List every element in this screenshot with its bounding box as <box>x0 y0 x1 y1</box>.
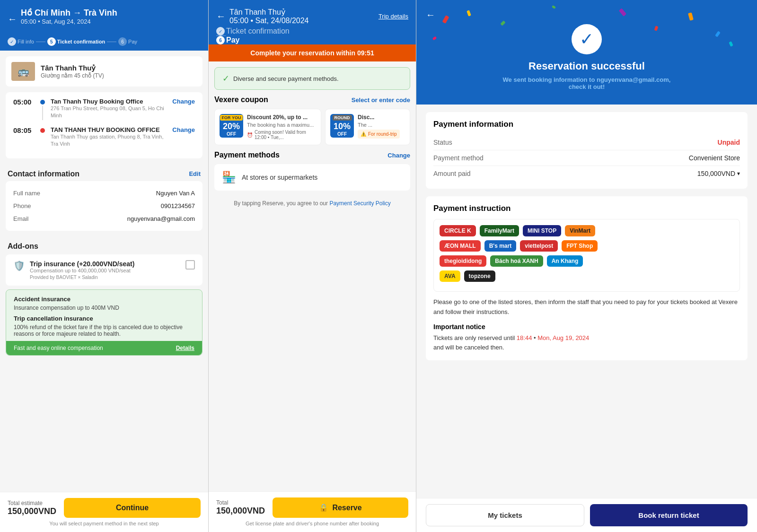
step2-label-ticket: Ticket confirmation <box>226 27 290 35</box>
coupon-desc-1: The booking has a maximu... <box>247 122 316 128</box>
pm-header: Payment methods Change <box>214 151 410 159</box>
dot-col-arrival <box>40 126 45 133</box>
coupon-section-title: Vexere coupon <box>214 96 268 104</box>
bus-card: 🚌 Tân Thanh Thuỷ Giường nằm 45 chỗ (TV) <box>6 56 202 87</box>
change-arrival-btn[interactable]: Change <box>172 126 195 133</box>
policy-link[interactable]: Payment Security Policy <box>329 200 390 207</box>
trip-details-link[interactable]: Trip details <box>378 13 408 20</box>
change-payment-link[interactable]: Change <box>387 152 410 159</box>
coupon-off-2: OFF <box>337 131 347 137</box>
coupon-warning-2: ⚠️ For round-trip <box>358 130 400 139</box>
important-notice-text: Tickets are only reserved until 18:44 • … <box>433 333 740 353</box>
step2-label-pay: Pay <box>226 36 239 44</box>
chevron-down-icon: ▾ <box>737 170 740 177</box>
coupon-info-1: Discount 20%, up to ... The booking has … <box>247 114 316 140</box>
arrival-time: 08:05 <box>13 126 35 134</box>
step-ticket-confirm: 5 Ticket confirmation <box>47 37 105 46</box>
sched-line <box>42 106 43 120</box>
label-phone: Phone <box>13 202 31 209</box>
arrival-place: TAN THANH THUY BOOKING OFFICE <box>51 126 167 133</box>
reserve-button[interactable]: 🔒 Reserve <box>273 497 408 518</box>
accident-insurance-title: Accident insurance <box>14 296 194 303</box>
screen1-footer: Total estimate 150,000VND Continue You w… <box>0 492 208 532</box>
book-return-ticket-button[interactable]: Book return ticket <box>590 504 748 526</box>
coupon-badge-1: FOR YOU 20% OFF <box>220 114 243 138</box>
route-datetime: 05:00 • Sat, Aug 24, 2024 <box>21 18 117 25</box>
step-pay: 6 Pay <box>118 37 137 46</box>
info-row-phone: Phone 0901234567 <box>13 200 195 212</box>
total-label: Total estimate <box>8 500 56 506</box>
step-line-2 <box>107 42 116 42</box>
edit-contact-link[interactable]: Edit <box>189 170 201 177</box>
payment-info-title: Payment information <box>433 120 740 129</box>
value-fullname: Nguyen Van A <box>156 190 195 197</box>
round-tag: ROUND <box>333 115 352 121</box>
stores-row-2: ÆON MALL B's mart viettelpost FPT Shop <box>440 240 734 252</box>
success-check-circle: ✓ <box>572 24 602 54</box>
notice-bullet: • <box>534 334 537 341</box>
step-label-ticket: Ticket confirmation <box>57 39 105 44</box>
bus-type: Giường nằm 45 chỗ (TV) <box>41 72 104 79</box>
reserve-policy: By tapping Reserve, you agree to our Pay… <box>209 196 416 210</box>
step-fill-info: ✓ Fill info <box>8 37 34 46</box>
coupon-valid-text-1: Coming soon! Valid from 12:00 • Tue,... <box>255 130 316 140</box>
amount-text: 150,000VND <box>697 170 735 177</box>
coupon-card-1[interactable]: FOR YOU 20% OFF Discount 20%, up to ... … <box>214 109 321 145</box>
screen1-content: 🚌 Tân Thanh Thuỷ Giường nằm 45 chỗ (TV) … <box>0 51 208 492</box>
screen2-footer-note: Get license plate and driver's phone num… <box>216 521 408 526</box>
store-topzone: topzone <box>464 270 495 282</box>
contact-title: Contact information <box>8 170 79 178</box>
reservation-timer-banner: Complete your reservation within 09:51 <box>209 44 416 61</box>
screen-payment: ← Tân Thanh Thuỷ 05:00 • Sat, 24/08/2024… <box>208 0 416 532</box>
green-footer-details-link[interactable]: Details <box>176 345 194 351</box>
my-tickets-button[interactable]: My tickets <box>426 504 584 526</box>
screen2-header: ← Tân Thanh Thuỷ 05:00 • Sat, 24/08/2024… <box>209 0 416 44</box>
bus-name: Tân Thanh Thuỷ <box>41 64 104 72</box>
screen-confirmation: ← ✓ Reservation successful We sent book <box>416 0 757 532</box>
bus-thumbnail: 🚌 <box>11 62 35 81</box>
total-amount: 150,000VND <box>8 506 56 516</box>
label-email: Email <box>13 215 29 222</box>
coupon-section: Vexere coupon Select or enter code FOR Y… <box>209 96 416 151</box>
route-title: Hồ Chí Minh → Trà Vinh <box>21 8 117 18</box>
coupon-badge-2: ROUND 10% OFF <box>330 114 354 138</box>
departure-address: 276 Tran Phu Street, Phuong 08, Quan 5, … <box>51 105 167 120</box>
addon-insurance-desc: Compensation up to 400,000,000 VND/seat <box>30 268 181 273</box>
dot-col-departure <box>40 98 45 122</box>
schedule-row-arrival: 08:05 TAN THANH THUY BOOKING OFFICE Tan … <box>13 126 195 148</box>
secure-payment-msg: ✓ Diverse and secure payment methods. <box>214 67 410 90</box>
coupon-desc-2: The ... <box>358 122 400 128</box>
pi-label-amount: Amount paid <box>433 170 471 177</box>
clock-icon-1: ⏰ <box>247 132 253 138</box>
coupon-card-2[interactable]: ROUND 10% OFF Disc... The ... ⚠️ For rou… <box>325 109 410 145</box>
continue-button[interactable]: Continue <box>64 498 201 518</box>
notice-end: and will be canceled then. <box>433 344 504 351</box>
addon-insurance-row: 🛡️ Trip insurance (+20.000VND/seat) Comp… <box>6 254 202 286</box>
success-subtitle: We sent booking information to nguyenvan… <box>426 76 748 90</box>
label-fullname: Full name <box>13 190 40 197</box>
addon-insurance-checkbox[interactable] <box>185 260 195 270</box>
arrival-address: Tan Thanh Thuy gas station, Phuong 8, Tr… <box>51 133 167 148</box>
notice-pre: Tickets are only reserved until <box>433 334 515 341</box>
step-circle-4: ✓ <box>8 37 16 46</box>
policy-text: By tapping Reserve, you agree to our <box>234 200 328 207</box>
coupon-header: Vexere coupon Select or enter code <box>214 96 410 104</box>
instruction-text: Please go to one of the listed stores, t… <box>433 297 740 317</box>
total-note: You will select payment method in the ne… <box>8 521 201 526</box>
enter-coupon-link[interactable]: Select or enter code <box>352 96 410 104</box>
info-row-email: Email nguyenvana@gmail.com <box>13 212 195 225</box>
change-departure-btn[interactable]: Change <box>172 98 195 105</box>
stores-row-1: CIRCLE K FamilyMart MINI STOP VinMart <box>440 225 734 236</box>
back-icon[interactable]: ← <box>8 14 17 25</box>
back-icon-3[interactable]: ← <box>426 9 435 20</box>
step2-circle-5: ✓ <box>216 27 225 35</box>
pi-row-method: Payment method Convenient Store <box>433 150 740 166</box>
pi-row-amount: Amount paid 150,000VND ▾ <box>433 166 740 181</box>
total-row: Total estimate 150,000VND Continue <box>8 498 201 518</box>
pm-selected-label: At stores or supermarkets <box>242 174 317 181</box>
step-indicator: ✓ Fill info 5 Ticket confirmation 6 Pay <box>8 33 201 51</box>
back-icon-2[interactable]: ← <box>216 11 226 22</box>
screen2-content: ✓ Diverse and secure payment methods. Ve… <box>209 61 416 491</box>
payment-info-section: Payment information Status Unpaid Paymen… <box>426 112 748 189</box>
store-fpt: FPT Shop <box>562 240 598 252</box>
